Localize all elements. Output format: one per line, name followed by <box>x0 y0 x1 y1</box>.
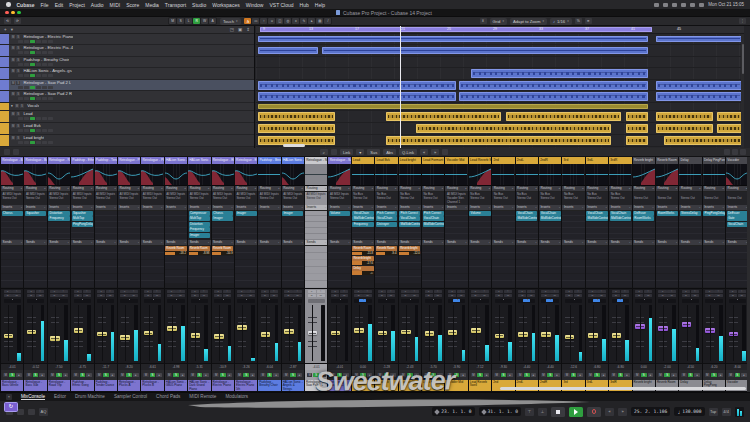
inserts-bypass-icon[interactable]: ▪ <box>231 206 232 209</box>
write-button[interactable]: W <box>59 294 67 297</box>
channel-mute-button[interactable]: M <box>167 373 173 378</box>
menu-audio[interactable]: Audio <box>91 2 104 8</box>
insert-slot[interactable]: RoomWorks <box>657 211 678 216</box>
edit-channel-button[interactable] <box>42 97 47 100</box>
insert-bypass-button[interactable]: ≈ <box>691 290 699 293</box>
fader-track[interactable] <box>378 305 387 361</box>
inserts-bypass-icon[interactable]: ▪ <box>208 206 209 209</box>
fader-track[interactable] <box>121 305 130 361</box>
channel-tab[interactable]: HALion Sonic - GB05 Piano <box>165 157 187 164</box>
line-tool[interactable]: / <box>324 18 331 24</box>
routing-edit-icon[interactable]: ◂ <box>605 187 606 190</box>
insert-bypass-button[interactable]: ≈ <box>36 290 44 293</box>
send-slot-empty[interactable] <box>562 274 584 287</box>
read-button[interactable]: R <box>284 294 292 297</box>
channel-tab[interactable]: Reverb bright <box>633 157 655 164</box>
sends-bypass-icon[interactable]: ▪ <box>208 241 209 244</box>
channel-record-button[interactable]: ● <box>63 373 69 378</box>
edit-channel-button[interactable]: e <box>448 290 456 293</box>
track-row-8[interactable]: MSLead <box>0 111 254 123</box>
inserts-bypass-icon[interactable]: ▪ <box>91 206 92 209</box>
monitor-button[interactable] <box>24 129 29 132</box>
channel-tab[interactable]: Retrologue - Road Trip <box>48 157 70 164</box>
insert-bypass-button[interactable]: ≈ <box>621 290 629 293</box>
track-solo-button[interactable]: S <box>16 46 20 50</box>
solo-all-button[interactable]: S <box>177 18 184 24</box>
send-slot[interactable]: Reverb bright-12.0 <box>399 246 420 255</box>
forward-button[interactable]: » <box>618 408 627 416</box>
channel-strip[interactable]: Lead BvkRouting◂No BusStereo OutInserts▪… <box>375 157 397 391</box>
edit-channel-button[interactable]: e <box>27 290 35 293</box>
read-button[interactable]: R <box>120 294 128 297</box>
channel-solo-button[interactable]: S <box>477 373 483 378</box>
read-button[interactable]: R <box>495 294 503 297</box>
channel-strip[interactable]: Retrologue - Electric Piano 5thRouting◂A… <box>235 157 257 391</box>
track-solo-button[interactable]: S <box>16 92 20 96</box>
channel-solo-button[interactable]: S <box>501 373 507 378</box>
folder-event[interactable] <box>258 104 648 109</box>
record-enable-button[interactable] <box>18 117 23 120</box>
tab-midi-remote[interactable]: MIDI Remote <box>189 394 216 401</box>
monitor-button[interactable] <box>24 40 29 43</box>
insert-bypass-button[interactable]: ≈ <box>83 290 91 293</box>
fader-cap[interactable] <box>167 326 177 331</box>
channel-record-button[interactable]: ● <box>343 373 349 378</box>
send-slot[interactable]: Reverb Room-8.98 <box>189 246 210 255</box>
fader-cap[interactable] <box>518 332 528 337</box>
mute-all-button[interactable]: M <box>169 18 176 24</box>
audio-event[interactable] <box>626 124 648 134</box>
record-enable-button[interactable] <box>18 74 23 77</box>
minimize-window-button[interactable] <box>11 11 15 15</box>
track-row-4[interactable]: MSHALion Sonic - Angels..gs <box>0 68 254 80</box>
menu-vst-cloud[interactable]: VST Cloud <box>269 2 293 8</box>
channel-record-button[interactable]: ● <box>577 373 583 378</box>
insert-bypass-button[interactable]: ≈ <box>644 290 652 293</box>
read-button[interactable]: R <box>308 294 316 297</box>
output-routing[interactable]: Stereo Out <box>703 196 725 200</box>
write-button[interactable]: W <box>434 294 442 297</box>
freeze-button[interactable] <box>48 74 53 77</box>
insert-slot[interactable]: DeEsser <box>727 211 748 216</box>
object-selection-tool[interactable]: ◮ <box>244 18 251 24</box>
erase-tool[interactable]: ◫ <box>276 18 283 24</box>
inserts-bypass-icon[interactable]: ▪ <box>325 206 326 209</box>
send-slot-empty[interactable] <box>258 260 280 273</box>
insert-slot[interactable]: VocalChain <box>399 216 420 221</box>
edit-channel-button[interactable]: e <box>214 290 222 293</box>
channel-record-button[interactable]: ● <box>460 373 466 378</box>
send-slot-empty[interactable] <box>71 246 93 259</box>
qlink-button[interactable]: Q-Link <box>399 149 417 156</box>
send-level-bar[interactable]: -∞ <box>352 271 373 275</box>
read-button[interactable]: R <box>191 294 199 297</box>
send-slot-empty[interactable] <box>165 256 187 269</box>
channel-record-button[interactable]: ● <box>16 373 22 378</box>
track-solo-button[interactable]: S <box>16 35 20 39</box>
edit-channel-button[interactable]: e <box>354 290 362 293</box>
audio-event[interactable] <box>626 136 648 146</box>
right-locator-display[interactable]: 31. 1. 1. 0 <box>479 407 521 416</box>
menu-project[interactable]: Project <box>69 2 85 8</box>
write-button[interactable] <box>36 63 41 66</box>
read-button[interactable]: R <box>354 294 362 297</box>
channel-name-label[interactable]: Lead Formant <box>422 380 444 391</box>
channel-eq-curve[interactable] <box>656 164 678 186</box>
channel-name-label[interactable]: HALion Sonic - Angels & Strings <box>282 380 304 391</box>
send-slot-empty[interactable] <box>328 274 350 287</box>
insert-bypass-button[interactable]: ≈ <box>738 290 746 293</box>
insert-slot-empty[interactable] <box>726 233 748 239</box>
insert-bypass-button[interactable]: ≈ <box>59 290 67 293</box>
record-enable-button[interactable] <box>18 63 23 66</box>
write-button[interactable]: W <box>129 294 137 297</box>
channel-solo-button[interactable]: S <box>33 373 39 378</box>
edit-channel-button[interactable]: e <box>308 290 316 293</box>
write-button[interactable]: W <box>270 294 278 297</box>
send-slot-empty[interactable] <box>95 246 117 259</box>
project-time-display[interactable]: 25. 2. 1.106 <box>631 407 670 416</box>
routing-edit-icon[interactable]: ◂ <box>348 187 349 190</box>
inserts-bypass-icon[interactable]: ▪ <box>723 206 724 209</box>
mixer-settings-icon[interactable] <box>724 149 730 155</box>
routing-edit-icon[interactable]: ◂ <box>418 187 419 190</box>
channel-eq-curve[interactable] <box>48 164 70 186</box>
inserts-bypass-icon[interactable]: ▪ <box>512 206 513 209</box>
track-solo-button[interactable]: S <box>16 112 20 116</box>
